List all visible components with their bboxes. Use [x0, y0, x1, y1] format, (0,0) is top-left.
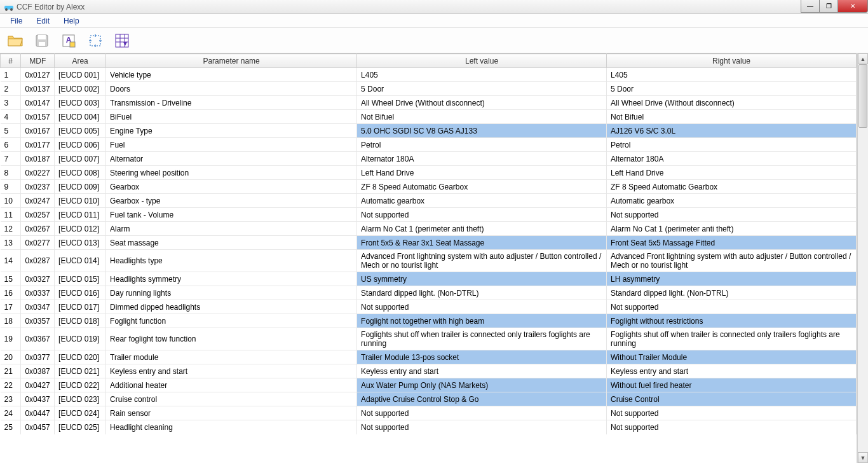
cell-param[interactable]: Headlights type: [106, 250, 357, 272]
table-row[interactable]: 50x0167[EUCD 005]Engine Type5.0 OHC SGDI…: [1, 124, 857, 138]
col-left-header[interactable]: Left value: [357, 54, 607, 68]
col-idx-header[interactable]: #: [1, 54, 21, 68]
cell-right[interactable]: Alternator 180A: [607, 152, 857, 166]
table-row[interactable]: 110x0257[EUCD 011]Fuel tank - VolumeNot …: [1, 208, 857, 222]
cell-area[interactable]: [EUCD 001]: [55, 68, 106, 82]
menu-help[interactable]: Help: [57, 15, 86, 27]
cell-idx[interactable]: 15: [1, 272, 21, 286]
cell-right[interactable]: AJ126 V6 S/C 3.0L: [607, 124, 857, 138]
cell-area[interactable]: [EUCD 005]: [55, 124, 106, 138]
table-row[interactable]: 70x0187[EUCD 007]AlternatorAlternator 18…: [1, 152, 857, 166]
close-button[interactable]: ✕: [837, 0, 868, 13]
cell-param[interactable]: Alarm: [106, 222, 357, 236]
cell-param[interactable]: Gearbox - type: [106, 194, 357, 208]
cell-left[interactable]: Alarm No Cat 1 (perimeter anti theft): [357, 222, 607, 236]
minimize-button[interactable]: —: [801, 0, 820, 13]
cell-mdf[interactable]: 0x0167: [21, 124, 55, 138]
cell-param[interactable]: BiFuel: [106, 110, 357, 124]
cell-param[interactable]: Fuel tank - Volume: [106, 208, 357, 222]
cell-idx[interactable]: 7: [1, 152, 21, 166]
cell-area[interactable]: [EUCD 020]: [55, 350, 106, 364]
cell-left[interactable]: Not supported: [357, 300, 607, 314]
cell-right[interactable]: Front Seat 5x5 Massage Fitted: [607, 236, 857, 250]
table-row[interactable]: 230x0437[EUCD 023]Cruise controlAdaptive…: [1, 392, 857, 406]
cell-param[interactable]: Transmission - Driveline: [106, 96, 357, 110]
cell-param[interactable]: Alternator: [106, 152, 357, 166]
cell-mdf[interactable]: 0x0457: [21, 420, 55, 434]
cell-param[interactable]: Fuel: [106, 138, 357, 152]
cell-area[interactable]: [EUCD 003]: [55, 96, 106, 110]
cell-right[interactable]: Not supported: [607, 208, 857, 222]
cell-left[interactable]: Foglights shut off when trailer is conne…: [357, 328, 607, 350]
cell-mdf[interactable]: 0x0287: [21, 250, 55, 272]
cell-mdf[interactable]: 0x0157: [21, 110, 55, 124]
cell-left[interactable]: Alternator 180A: [357, 152, 607, 166]
cell-left[interactable]: 5.0 OHC SGDI SC V8 GAS AJ133: [357, 124, 607, 138]
data-grid[interactable]: # MDF Area Parameter name Left value Rig…: [0, 53, 857, 463]
scroll-thumb[interactable]: [858, 64, 867, 128]
cell-left[interactable]: Not supported: [357, 208, 607, 222]
cell-mdf[interactable]: 0x0347: [21, 300, 55, 314]
cell-area[interactable]: [EUCD 011]: [55, 208, 106, 222]
cell-param[interactable]: Doors: [106, 82, 357, 96]
col-mdf-header[interactable]: MDF: [21, 54, 55, 68]
table-row[interactable]: 40x0157[EUCD 004]BiFuelNot BifuelNot Bif…: [1, 110, 857, 124]
table-row[interactable]: 200x0377[EUCD 020]Trailer moduleTrailer …: [1, 350, 857, 364]
cell-left[interactable]: Aux Water Pump Only (NAS Markets): [357, 378, 607, 392]
cell-left[interactable]: Not Bifuel: [357, 110, 607, 124]
cell-area[interactable]: [EUCD 019]: [55, 328, 106, 350]
cell-left[interactable]: Not supported: [357, 420, 607, 434]
cell-left[interactable]: US symmetry: [357, 272, 607, 286]
cell-right[interactable]: L405: [607, 68, 857, 82]
cell-mdf[interactable]: 0x0377: [21, 350, 55, 364]
cell-mdf[interactable]: 0x0127: [21, 68, 55, 82]
cell-area[interactable]: [EUCD 012]: [55, 222, 106, 236]
fit-button[interactable]: [86, 32, 104, 50]
cell-idx[interactable]: 22: [1, 378, 21, 392]
cell-mdf[interactable]: 0x0247: [21, 194, 55, 208]
cell-mdf[interactable]: 0x0267: [21, 222, 55, 236]
cell-param[interactable]: Seat massage: [106, 236, 357, 250]
cell-left[interactable]: All Wheel Drive (Without disconnect): [357, 96, 607, 110]
cell-param[interactable]: Headlight cleaning: [106, 420, 357, 434]
cell-left[interactable]: Not supported: [357, 406, 607, 420]
cell-right[interactable]: LH asymmetry: [607, 272, 857, 286]
cell-param[interactable]: Headlights symmetry: [106, 272, 357, 286]
filter-table-button[interactable]: [113, 32, 131, 50]
cell-area[interactable]: [EUCD 015]: [55, 272, 106, 286]
cell-left[interactable]: Adaptive Cruise Control Stop & Go: [357, 392, 607, 406]
cell-param[interactable]: Day running lights: [106, 286, 357, 300]
cell-param[interactable]: Dimmed dipped headlights: [106, 300, 357, 314]
cell-left[interactable]: ZF 8 Speed Automatic Gearbox: [357, 180, 607, 194]
cell-left[interactable]: L405: [357, 68, 607, 82]
cell-left[interactable]: Foglight not together with high beam: [357, 314, 607, 328]
maximize-button[interactable]: ❐: [819, 0, 838, 13]
cell-right[interactable]: Without fuel fired heater: [607, 378, 857, 392]
cell-mdf[interactable]: 0x0177: [21, 138, 55, 152]
cell-mdf[interactable]: 0x0237: [21, 180, 55, 194]
cell-idx[interactable]: 2: [1, 82, 21, 96]
cell-param[interactable]: Rain sensor: [106, 406, 357, 420]
table-row[interactable]: 120x0267[EUCD 012]AlarmAlarm No Cat 1 (p…: [1, 222, 857, 236]
cell-area[interactable]: [EUCD 018]: [55, 314, 106, 328]
cell-idx[interactable]: 24: [1, 406, 21, 420]
cell-mdf[interactable]: 0x0327: [21, 272, 55, 286]
cell-area[interactable]: [EUCD 021]: [55, 364, 106, 378]
cell-area[interactable]: [EUCD 023]: [55, 392, 106, 406]
cell-idx[interactable]: 12: [1, 222, 21, 236]
cell-mdf[interactable]: 0x0277: [21, 236, 55, 250]
cell-param[interactable]: Steering wheel position: [106, 166, 357, 180]
cell-param[interactable]: Cruise control: [106, 392, 357, 406]
cell-idx[interactable]: 9: [1, 180, 21, 194]
save-button[interactable]: [33, 32, 51, 50]
cell-right[interactable]: Standard dipped light. (Non-DTRL): [607, 286, 857, 300]
col-area-header[interactable]: Area: [55, 54, 106, 68]
cell-area[interactable]: [EUCD 016]: [55, 286, 106, 300]
cell-right[interactable]: 5 Door: [607, 82, 857, 96]
cell-idx[interactable]: 5: [1, 124, 21, 138]
cell-right[interactable]: Not supported: [607, 406, 857, 420]
cell-area[interactable]: [EUCD 008]: [55, 166, 106, 180]
cell-mdf[interactable]: 0x0427: [21, 378, 55, 392]
table-row[interactable]: 210x0387[EUCD 021]Keyless entry and star…: [1, 364, 857, 378]
cell-left[interactable]: Automatic gearbox: [357, 194, 607, 208]
